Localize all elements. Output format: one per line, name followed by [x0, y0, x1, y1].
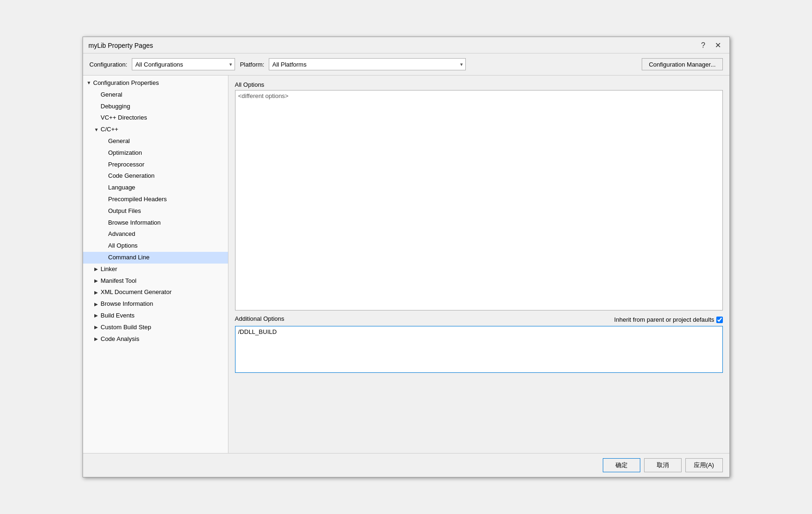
- tree-item-code-analysis[interactable]: ▶Code Analysis: [83, 333, 228, 345]
- additional-options-section: Additional Options Inherit from parent o…: [235, 315, 723, 373]
- tree-item-all-options[interactable]: All Options: [83, 240, 228, 252]
- inherit-label: Inherit from parent or project defaults: [614, 316, 714, 323]
- tree-item-label-cpp-general: General: [108, 136, 130, 146]
- additional-options-input[interactable]: /DDLL_BUILD: [235, 326, 723, 373]
- tree-item-cpp-general[interactable]: General: [83, 136, 228, 147]
- tree-item-label-advanced: Advanced: [108, 229, 136, 239]
- main-content: ▼Configuration PropertiesGeneralDebuggin…: [83, 75, 729, 453]
- tree-item-label-linker: Linker: [101, 265, 117, 274]
- tree-item-label-xml-doc-gen: XML Document Generator: [101, 287, 172, 297]
- tree-item-label-code-generation: Code Generation: [108, 171, 155, 181]
- all-options-title: All Options: [235, 81, 723, 88]
- tree-arrow-linker: ▶: [94, 265, 101, 273]
- bottom-bar: 确定 取消 应用(A): [83, 453, 729, 477]
- tree-item-debugging[interactable]: Debugging: [83, 101, 228, 113]
- dialog-title: myLib Property Pages: [89, 42, 153, 49]
- tree-item-optimization[interactable]: Optimization: [83, 147, 228, 159]
- tree-item-label-browse-info2: Browse Information: [101, 299, 153, 309]
- inherit-checkbox[interactable]: [716, 317, 723, 323]
- property-pages-dialog: myLib Property Pages ? ✕ Configuration: …: [83, 37, 730, 477]
- config-label: Configuration:: [90, 61, 128, 68]
- tree-item-xml-doc-gen[interactable]: ▶XML Document Generator: [83, 287, 228, 298]
- tree-arrow-code-analysis: ▶: [94, 335, 101, 343]
- tree-item-label-language: Language: [108, 183, 136, 193]
- tree-item-label-debugging: Debugging: [101, 102, 130, 112]
- tree-item-label-vc-dirs: VC++ Directories: [101, 113, 147, 123]
- tree-item-custom-build-step[interactable]: ▶Custom Build Step: [83, 322, 228, 333]
- tree-item-label-browse-information: Browse Information: [108, 218, 161, 228]
- tree-item-label-command-line: Command Line: [108, 253, 150, 263]
- tree-item-advanced[interactable]: Advanced: [83, 228, 228, 240]
- tree-item-label-code-analysis: Code Analysis: [101, 334, 139, 344]
- tree-item-output-files[interactable]: Output Files: [83, 205, 228, 217]
- tree-item-command-line[interactable]: Command Line: [83, 252, 228, 264]
- tree-arrow-build-events: ▶: [94, 312, 101, 319]
- tree-item-label-general: General: [101, 90, 122, 100]
- right-panel: All Options <different options> Addition…: [228, 76, 729, 453]
- tree-item-preprocessor[interactable]: Preprocessor: [83, 159, 228, 171]
- tree-item-label-precompiled-headers: Precompiled Headers: [108, 195, 167, 204]
- tree-arrow-manifest-tool: ▶: [94, 277, 101, 285]
- tree-item-label-output-files: Output Files: [108, 206, 141, 216]
- tree-item-language[interactable]: Language: [83, 182, 228, 194]
- tree-item-manifest-tool[interactable]: ▶Manifest Tool: [83, 275, 228, 287]
- config-select-wrapper: All Configurations: [132, 58, 235, 70]
- tree-item-build-events[interactable]: ▶Build Events: [83, 310, 228, 322]
- tree-item-general[interactable]: General: [83, 89, 228, 101]
- tree-item-browse-info2[interactable]: ▶Browse Information: [83, 298, 228, 310]
- tree-item-browse-information[interactable]: Browse Information: [83, 217, 228, 229]
- tree-item-vc-dirs[interactable]: VC++ Directories: [83, 112, 228, 124]
- tree-item-label-optimization: Optimization: [108, 148, 142, 158]
- tree-item-label-build-events: Build Events: [101, 311, 135, 321]
- additional-options-title: Additional Options: [235, 315, 285, 322]
- title-bar: myLib Property Pages ? ✕: [83, 37, 729, 53]
- config-manager-button[interactable]: Configuration Manager...: [642, 58, 722, 70]
- platform-select[interactable]: All Platforms: [269, 58, 466, 70]
- tree-item-linker[interactable]: ▶Linker: [83, 264, 228, 275]
- tree-item-config-props[interactable]: ▼Configuration Properties: [83, 77, 228, 89]
- tree-item-label-cpp: C/C++: [101, 125, 119, 135]
- tree-item-precompiled-headers[interactable]: Precompiled Headers: [83, 194, 228, 205]
- tree-item-label-custom-build-step: Custom Build Step: [101, 323, 152, 333]
- tree-item-label-all-options: All Options: [108, 241, 138, 251]
- apply-button[interactable]: 应用(A): [685, 458, 723, 472]
- help-button[interactable]: ?: [698, 41, 708, 50]
- tree-item-label-preprocessor: Preprocessor: [108, 160, 144, 170]
- all-options-section: All Options <different options>: [235, 81, 723, 310]
- inherit-wrapper: Inherit from parent or project defaults: [614, 316, 722, 323]
- platform-select-wrapper: All Platforms: [269, 58, 466, 70]
- config-row: Configuration: All Configurations Platfo…: [83, 53, 729, 75]
- cancel-button[interactable]: 取消: [644, 458, 682, 472]
- tree-arrow-config-props: ▼: [87, 79, 93, 87]
- close-button[interactable]: ✕: [712, 41, 724, 50]
- ok-button[interactable]: 确定: [603, 458, 640, 472]
- all-options-box: <different options>: [235, 90, 723, 310]
- tree-item-code-generation[interactable]: Code Generation: [83, 170, 228, 182]
- platform-label: Platform:: [240, 61, 264, 68]
- tree-arrow-browse-info2: ▶: [94, 301, 101, 308]
- title-bar-controls: ? ✕: [698, 41, 724, 50]
- tree-item-label-config-props: Configuration Properties: [93, 78, 159, 88]
- tree-arrow-custom-build-step: ▶: [94, 324, 101, 331]
- tree-item-cpp[interactable]: ▼C/C++: [83, 124, 228, 136]
- additional-header: Additional Options Inherit from parent o…: [235, 315, 723, 324]
- tree-arrow-cpp: ▼: [94, 126, 101, 134]
- config-select[interactable]: All Configurations: [132, 58, 235, 70]
- tree-arrow-xml-doc-gen: ▶: [94, 289, 101, 296]
- all-options-placeholder: <different options>: [238, 92, 288, 99]
- tree-item-label-manifest-tool: Manifest Tool: [101, 276, 137, 286]
- tree-panel: ▼Configuration PropertiesGeneralDebuggin…: [83, 76, 228, 453]
